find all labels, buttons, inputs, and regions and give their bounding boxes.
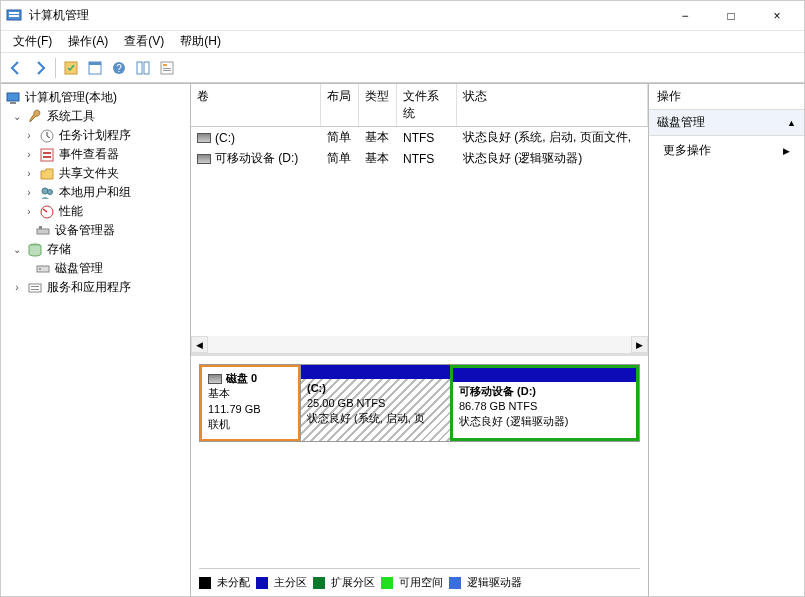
properties-button[interactable] (156, 57, 178, 79)
col-layout[interactable]: 布局 (321, 84, 359, 126)
svg-rect-9 (144, 62, 149, 74)
scroll-left-button[interactable]: ◀ (191, 336, 208, 353)
expander-icon[interactable]: › (23, 206, 35, 217)
event-icon (39, 147, 55, 163)
part-status: 状态良好 (系统, 启动, 页 (307, 411, 444, 426)
actions-disk-mgmt[interactable]: 磁盘管理 ▲ (649, 110, 804, 136)
svg-point-21 (48, 189, 53, 194)
tree-system-tools[interactable]: ⌄ 系统工具 (3, 107, 188, 126)
view-button-2[interactable] (132, 57, 154, 79)
svg-rect-2 (9, 15, 19, 17)
volume-icon (197, 154, 211, 164)
menu-action[interactable]: 操作(A) (60, 31, 116, 52)
svg-rect-5 (89, 62, 101, 65)
view-button-1[interactable] (84, 57, 106, 79)
scroll-track[interactable] (208, 336, 631, 353)
expander-icon[interactable]: › (11, 282, 23, 293)
tree-label: 系统工具 (47, 108, 95, 125)
scroll-right-button[interactable]: ▶ (631, 336, 648, 353)
expander-icon[interactable]: ⌄ (11, 111, 23, 122)
expander-icon[interactable]: › (23, 168, 35, 179)
swatch-free (381, 577, 393, 589)
close-button[interactable]: × (754, 1, 800, 31)
center-panel: 卷 布局 类型 文件系统 状态 (C:) 简单 基本 NTFS 状态良好 (系统… (191, 84, 649, 596)
col-filesystem[interactable]: 文件系统 (397, 84, 457, 126)
svg-rect-18 (43, 152, 51, 154)
col-status[interactable]: 状态 (457, 84, 648, 126)
tree-shared-folders[interactable]: › 共享文件夹 (3, 164, 188, 183)
menu-view[interactable]: 查看(V) (116, 31, 172, 52)
toolbar: ? (1, 53, 804, 83)
actions-more[interactable]: 更多操作 ▶ (649, 136, 804, 165)
vol-status: 状态良好 (系统, 启动, 页面文件, (457, 128, 648, 147)
swatch-logical (449, 577, 461, 589)
disk-size: 111.79 GB (208, 402, 292, 417)
disk-row[interactable]: 磁盘 0 基本 111.79 GB 联机 (C:) 25.00 GB NTFS … (199, 364, 640, 442)
tree-label: 磁盘管理 (55, 260, 103, 277)
svg-rect-24 (39, 226, 42, 229)
partition-header-bar (301, 365, 450, 379)
forward-button[interactable] (29, 57, 51, 79)
vol-status: 状态良好 (逻辑驱动器) (457, 149, 648, 168)
partition-header-bar (453, 368, 636, 382)
tree-label: 服务和应用程序 (47, 279, 131, 296)
partition-d[interactable]: 可移动设备 (D:) 86.78 GB NTFS 状态良好 (逻辑驱动器) (450, 365, 639, 441)
col-volume[interactable]: 卷 (191, 84, 321, 126)
legend-label: 逻辑驱动器 (467, 575, 522, 590)
minimize-button[interactable]: − (662, 1, 708, 31)
svg-rect-13 (163, 70, 171, 71)
vol-fs: NTFS (397, 149, 457, 168)
tree-local-users[interactable]: › 本地用户和组 (3, 183, 188, 202)
tree-label: 任务计划程序 (59, 127, 131, 144)
disk-graphic-panel: 磁盘 0 基本 111.79 GB 联机 (C:) 25.00 GB NTFS … (191, 356, 648, 596)
part-name: (C:) (307, 381, 444, 396)
svg-rect-17 (41, 149, 53, 161)
disk-info[interactable]: 磁盘 0 基本 111.79 GB 联机 (200, 365, 300, 441)
tree-performance[interactable]: › 性能 (3, 202, 188, 221)
vol-name: 可移动设备 (D:) (215, 150, 298, 167)
part-size: 86.78 GB NTFS (459, 399, 630, 414)
partition-c[interactable]: (C:) 25.00 GB NTFS 状态良好 (系统, 启动, 页 (300, 365, 450, 441)
device-icon (35, 223, 51, 239)
menu-file[interactable]: 文件(F) (5, 31, 60, 52)
part-status: 状态良好 (逻辑驱动器) (459, 414, 630, 429)
swatch-extended (313, 577, 325, 589)
refresh-button[interactable] (60, 57, 82, 79)
expander-icon[interactable]: › (23, 187, 35, 198)
tree-disk-management[interactable]: 磁盘管理 (3, 259, 188, 278)
toolbar-separator (55, 58, 56, 78)
expander-icon[interactable]: › (23, 130, 35, 141)
svg-rect-1 (9, 12, 19, 14)
disk-label: 磁盘 0 (226, 371, 257, 386)
clock-icon (39, 128, 55, 144)
tree-root[interactable]: 计算机管理(本地) (3, 88, 188, 107)
tree-task-scheduler[interactable]: › 任务计划程序 (3, 126, 188, 145)
nav-tree[interactable]: 计算机管理(本地) ⌄ 系统工具 › 任务计划程序 › 事件查看器 › 共享文件… (1, 84, 191, 596)
main-body: 计算机管理(本地) ⌄ 系统工具 › 任务计划程序 › 事件查看器 › 共享文件… (1, 83, 804, 596)
expander-icon[interactable]: ⌄ (11, 244, 23, 255)
back-button[interactable] (5, 57, 27, 79)
tree-services-apps[interactable]: › 服务和应用程序 (3, 278, 188, 297)
horizontal-scrollbar[interactable]: ◀ ▶ (191, 336, 648, 353)
tree-storage[interactable]: ⌄ 存储 (3, 240, 188, 259)
svg-rect-23 (37, 229, 49, 234)
help-icon-button[interactable]: ? (108, 57, 130, 79)
tree-device-manager[interactable]: 设备管理器 (3, 221, 188, 240)
tree-event-viewer[interactable]: › 事件查看器 (3, 145, 188, 164)
tree-label: 设备管理器 (55, 222, 115, 239)
volume-row[interactable]: 可移动设备 (D:) 简单 基本 NTFS 状态良好 (逻辑驱动器) (191, 148, 648, 169)
legend-label: 扩展分区 (331, 575, 375, 590)
disk-state: 联机 (208, 417, 292, 432)
volume-row[interactable]: (C:) 简单 基本 NTFS 状态良好 (系统, 启动, 页面文件, (191, 127, 648, 148)
svg-rect-29 (31, 286, 39, 287)
col-type[interactable]: 类型 (359, 84, 397, 126)
maximize-button[interactable]: □ (708, 1, 754, 31)
svg-point-27 (39, 268, 41, 270)
expander-icon[interactable]: › (23, 149, 35, 160)
part-size: 25.00 GB NTFS (307, 396, 444, 411)
swatch-unallocated (199, 577, 211, 589)
vol-type: 基本 (359, 149, 397, 168)
menu-help[interactable]: 帮助(H) (172, 31, 229, 52)
wrench-icon (27, 109, 43, 125)
app-icon (5, 7, 23, 25)
